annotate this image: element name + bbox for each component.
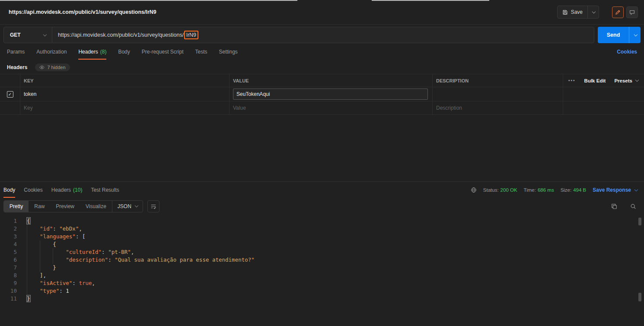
presets-button[interactable]: Presets: [614, 78, 638, 83]
indent-guide: [27, 248, 40, 256]
response-tab-headers-label: Headers: [51, 187, 71, 193]
scrollbar-thumb[interactable]: [638, 218, 641, 225]
tab-authorization[interactable]: Authorization: [36, 44, 67, 60]
line-number: 5: [0, 248, 17, 256]
row-checkbox[interactable]: [7, 91, 13, 98]
row-controls: [563, 87, 644, 101]
header-description-cell[interactable]: [432, 87, 563, 101]
code-token: ,: [92, 280, 96, 286]
table-row: token SeuTokenAqui: [0, 87, 644, 101]
comments-button[interactable]: [626, 6, 638, 18]
network-globe-icon: [471, 187, 477, 193]
response-toolbar: Pretty Raw Preview Visualize JSON: [0, 198, 644, 214]
send-options-button[interactable]: [629, 27, 641, 43]
comment-icon: [629, 9, 635, 15]
wrap-text-button[interactable]: [147, 200, 159, 212]
code-token: :: [108, 256, 115, 263]
send-button[interactable]: Send: [598, 27, 629, 43]
tab-headers-count: (8): [100, 49, 107, 55]
value-input[interactable]: SeuTokenAqui: [233, 89, 428, 100]
tab-tests[interactable]: Tests: [195, 44, 207, 60]
tab-settings[interactable]: Settings: [219, 44, 238, 60]
edit-button[interactable]: [612, 6, 624, 18]
response-tab-headers[interactable]: Headers (10): [51, 182, 83, 198]
code-token: :: [72, 280, 79, 286]
code-token: ,: [79, 225, 82, 232]
response-panel: Body Cookies Headers (10) Test Results S…: [0, 181, 644, 326]
code-token: true: [79, 280, 92, 286]
code-token: {: [53, 241, 56, 247]
code-token: 1: [66, 288, 69, 294]
code-token: "Qual sua avaliação para esse atendiment…: [115, 256, 255, 263]
code-token: }: [27, 295, 30, 302]
placeholder-row-controls: [563, 101, 644, 114]
response-meta: Status: 200 OK Time: 686 ms Size: 494 B …: [471, 187, 637, 193]
format-select[interactable]: JSON: [112, 201, 143, 212]
chevron-down-icon: [635, 78, 639, 82]
cookies-link[interactable]: Cookies: [617, 49, 637, 55]
save-button[interactable]: Save: [558, 6, 587, 18]
code-token: "isActive": [40, 280, 72, 286]
code-line: {: [27, 217, 644, 225]
window-top-edge: [0, 0, 644, 1]
format-label: JSON: [118, 203, 131, 209]
response-tab-cookies[interactable]: Cookies: [24, 182, 42, 198]
indent-guide: [27, 279, 40, 287]
scrollbar-marker[interactable]: [638, 293, 641, 301]
tabstrip-edge-right: [372, 0, 489, 1]
more-options-icon[interactable]: [568, 78, 576, 83]
code-token: "pt-BR": [108, 249, 131, 255]
size-value: 494 B: [573, 187, 586, 193]
line-number: 3: [0, 233, 17, 241]
topbar-actions: Save: [557, 6, 638, 19]
line-number: 9: [0, 279, 17, 287]
value-placeholder[interactable]: Value: [229, 101, 432, 114]
view-pretty-button[interactable]: Pretty: [4, 201, 29, 212]
status-value: 200 OK: [501, 187, 517, 193]
view-preview-button[interactable]: Preview: [50, 201, 80, 212]
wrap-text-icon: [150, 203, 156, 209]
column-key: KEY: [20, 74, 229, 87]
headers-table-header: KEY VALUE DESCRIPTION Bulk Edit Presets: [0, 74, 644, 87]
column-description: DESCRIPTION: [432, 74, 563, 87]
line-number: 6: [0, 256, 17, 264]
tab-prerequest-script[interactable]: Pre-request Script: [142, 44, 184, 60]
copy-button[interactable]: [609, 201, 620, 212]
view-visualize-button[interactable]: Visualize: [80, 201, 112, 212]
tab-body[interactable]: Body: [118, 44, 130, 60]
row-checkbox-cell: [0, 87, 20, 101]
indent-guide: [40, 256, 53, 264]
header-key-cell[interactable]: token: [20, 87, 229, 101]
tab-headers[interactable]: Headers (8): [78, 44, 106, 60]
description-placeholder[interactable]: Description: [432, 101, 563, 114]
indent-guide: [40, 248, 53, 256]
search-button[interactable]: [628, 201, 639, 212]
tab-params[interactable]: Params: [7, 44, 25, 60]
response-tab-body[interactable]: Body: [3, 182, 15, 198]
indent-guide: [27, 272, 40, 279]
key-placeholder[interactable]: Key: [20, 101, 229, 114]
indent-guide: [40, 264, 53, 272]
code-line: "languages": [: [27, 233, 644, 241]
indent-guide: [27, 225, 40, 233]
code-line: }: [27, 264, 644, 272]
line-number: 11: [0, 295, 17, 303]
code-line: "id": "ebDx",: [27, 225, 644, 233]
method-select[interactable]: GET: [4, 27, 52, 43]
response-tab-test-results[interactable]: Test Results: [91, 182, 119, 198]
url-input[interactable]: https://api.movidesk.com/public/v1/surve…: [52, 27, 594, 43]
line-number: 8: [0, 272, 17, 279]
response-tab-headers-count: (10): [73, 187, 82, 193]
hidden-headers-badge[interactable]: 7 hidden: [35, 63, 70, 71]
request-bar: GET https://api.movidesk.com/public/v1/s…: [0, 25, 644, 44]
code-token: :: [102, 249, 108, 255]
headers-section-title: Headers: [7, 64, 27, 70]
view-raw-button[interactable]: Raw: [29, 201, 50, 212]
indent-guide: [53, 256, 66, 264]
bulk-edit-button[interactable]: Bulk Edit: [584, 78, 606, 83]
time-badge: Time: 686 ms: [524, 187, 554, 193]
code-token: }: [53, 264, 56, 271]
save-options-button[interactable]: [587, 6, 599, 18]
code-token: "cultureId": [66, 249, 102, 255]
save-response-button[interactable]: Save Response: [593, 187, 637, 193]
